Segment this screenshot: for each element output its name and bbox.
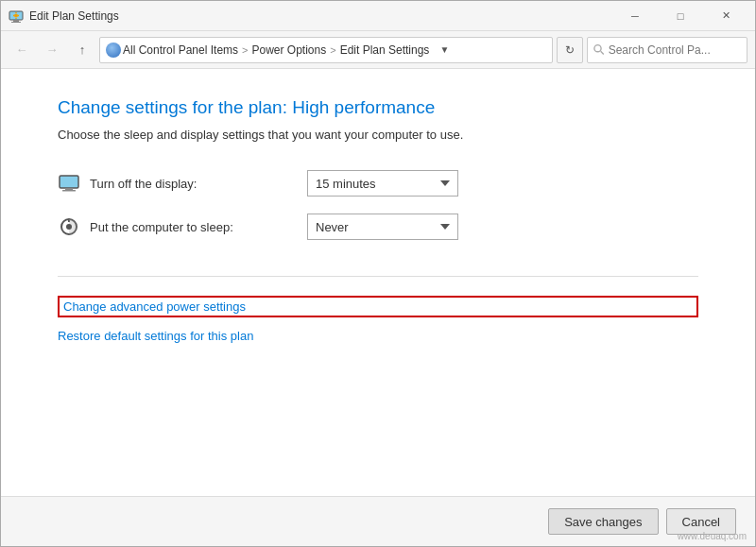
display-label: Turn off the display: xyxy=(90,177,298,191)
watermark: www.deuaq.com xyxy=(678,531,747,541)
svg-rect-10 xyxy=(60,176,78,188)
page-subtitle: Choose the sleep and display settings th… xyxy=(58,128,698,142)
breadcrumb-bar: All Control Panel Items > Power Options … xyxy=(99,37,553,63)
svg-rect-1 xyxy=(13,20,19,22)
svg-point-3 xyxy=(14,13,18,17)
display-icon xyxy=(58,172,80,195)
divider xyxy=(58,276,698,277)
sleep-setting-row: Put the computer to sleep: Never 1 minut… xyxy=(58,214,698,240)
svg-point-8 xyxy=(594,45,601,52)
breadcrumb-sep-1: > xyxy=(242,44,248,56)
button-bar: Save changes Cancel xyxy=(1,496,755,546)
breadcrumb-sep-2: > xyxy=(330,44,335,56)
link-section: Change advanced power settings Restore d… xyxy=(58,296,698,343)
restore-defaults-link[interactable]: Restore default settings for this plan xyxy=(58,329,698,343)
svg-line-9 xyxy=(601,51,604,54)
main-window: Edit Plan Settings ─ □ ✕ ← → ↑ All Contr… xyxy=(0,0,756,547)
window-controls: ─ □ ✕ xyxy=(613,2,747,30)
svg-rect-2 xyxy=(11,22,21,23)
breadcrumb-dropdown-button[interactable]: ▼ xyxy=(435,41,454,60)
breadcrumb-power-options[interactable]: Power Options xyxy=(252,43,327,57)
page-title: Change settings for the plan: High perfo… xyxy=(58,97,698,118)
folder-icon xyxy=(106,43,121,58)
svg-rect-11 xyxy=(65,188,73,190)
address-bar: ← → ↑ All Control Panel Items > Power Op… xyxy=(1,31,755,69)
search-input[interactable] xyxy=(609,43,741,57)
main-content: Change settings for the plan: High perfo… xyxy=(1,69,755,496)
search-bar xyxy=(587,37,747,63)
sleep-label: Put the computer to sleep: xyxy=(90,220,298,234)
maximize-button[interactable]: □ xyxy=(659,2,702,30)
svg-point-15 xyxy=(66,224,72,230)
title-icon xyxy=(9,9,24,24)
window-title: Edit Plan Settings xyxy=(29,9,613,23)
up-button[interactable]: ↑ xyxy=(69,37,95,63)
back-button[interactable]: ← xyxy=(9,37,35,63)
breadcrumb-edit-plan: Edit Plan Settings xyxy=(340,43,430,57)
refresh-button[interactable]: ↻ xyxy=(557,37,583,63)
breadcrumb-control-panel[interactable]: All Control Panel Items xyxy=(123,43,238,57)
sleep-dropdown[interactable]: Never 1 minute 5 minutes 15 minutes 30 m… xyxy=(307,214,458,240)
advanced-power-settings-link[interactable]: Change advanced power settings xyxy=(58,296,698,317)
minimize-button[interactable]: ─ xyxy=(613,2,657,30)
display-setting-row: Turn off the display: 15 minutes Never 1… xyxy=(58,170,698,197)
save-changes-button[interactable]: Save changes xyxy=(548,508,658,535)
sleep-icon xyxy=(58,215,80,238)
forward-button[interactable]: → xyxy=(39,37,65,63)
svg-rect-12 xyxy=(62,190,76,192)
close-button[interactable]: ✕ xyxy=(704,2,747,30)
title-bar: Edit Plan Settings ─ □ ✕ xyxy=(1,1,755,31)
search-icon xyxy=(593,43,605,56)
display-dropdown[interactable]: 15 minutes Never 1 minute 5 minutes 30 m… xyxy=(307,170,458,197)
